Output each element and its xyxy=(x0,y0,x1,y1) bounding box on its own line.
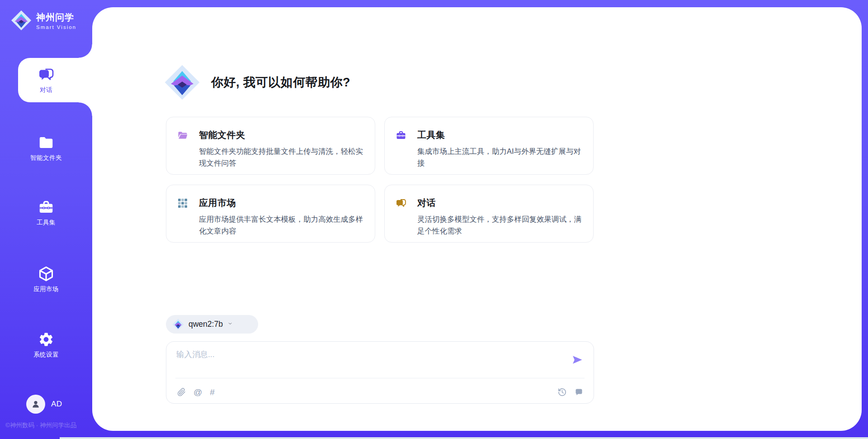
paperclip-icon xyxy=(177,388,186,396)
diamond-logo-icon xyxy=(164,64,200,100)
brand-logo-block: 神州问学 Smart Vision xyxy=(11,10,76,31)
history-clock-icon xyxy=(557,387,567,397)
sidebar-item-smart-folder[interactable]: 智能文件夹 xyxy=(0,128,92,168)
pill-curve-top xyxy=(79,44,92,58)
greeting-block: 你好, 我可以如何帮助你? xyxy=(164,64,350,100)
chevron-down-icon xyxy=(228,321,234,328)
sidebar-item-chat[interactable]: 对话 xyxy=(0,60,92,100)
sidebar-item-label: 系统设置 xyxy=(33,351,59,359)
chat-bubbles-icon xyxy=(396,198,406,209)
toolbox-icon xyxy=(396,130,406,141)
chat-bubble-icon xyxy=(574,387,584,397)
chat-bubbles-icon xyxy=(38,67,54,83)
sidebar-item-label: 对话 xyxy=(40,86,52,94)
brand-subtitle: Smart Vision xyxy=(36,24,76,30)
hashtag-button[interactable]: # xyxy=(210,388,215,396)
brand-name: 神州问学 xyxy=(36,11,76,24)
folder-icon xyxy=(38,134,54,151)
open-folder-icon xyxy=(177,130,188,141)
message-composer: @ # xyxy=(166,341,594,404)
model-selector[interactable]: qwen2:7b xyxy=(166,315,258,334)
diamond-logo-icon xyxy=(11,10,32,31)
composer-tools-right xyxy=(550,387,584,397)
sidebar-item-label: 智能文件夹 xyxy=(30,154,62,162)
card-title: 工具集 xyxy=(417,129,445,141)
app-window: 神州问学 Smart Vision 对话 智能文件夹 工具集 应用市场 系统设置 xyxy=(0,0,868,439)
sidebar-item-label: 工具集 xyxy=(37,219,56,227)
card-description: 集成市场上主流工具，助力AI与外界无缝扩展与对接 xyxy=(417,146,581,169)
card-toolset[interactable]: 工具集 集成市场上主流工具，助力AI与外界无缝扩展与对接 xyxy=(384,117,594,175)
model-name: qwen2:7b xyxy=(189,320,223,329)
gear-icon xyxy=(38,331,54,348)
card-smart-folder[interactable]: 智能文件夹 智能文件夹功能支持批量文件上传与清洗，轻松实现文件问答 xyxy=(166,117,375,175)
message-input[interactable] xyxy=(176,349,556,374)
composer-tools-left: @ # xyxy=(177,388,222,396)
sidebar-item-toolset[interactable]: 工具集 xyxy=(0,192,92,233)
card-app-market[interactable]: 应用市场 应用市场提供丰富长文本模板，助力高效生成多样化文章内容 xyxy=(166,185,375,243)
avatar xyxy=(26,395,45,414)
card-chat[interactable]: 对话 灵活切换多模型文件，支持多样回复效果调试，满足个性化需求 xyxy=(384,185,594,243)
mention-button[interactable]: @ xyxy=(193,388,202,396)
pill-curve-bottom xyxy=(79,102,92,116)
quick-chat-button[interactable] xyxy=(574,387,584,397)
card-title: 智能文件夹 xyxy=(199,129,245,141)
sidebar-item-app-market[interactable]: 应用市场 xyxy=(0,259,92,300)
attach-file-button[interactable] xyxy=(177,388,186,396)
card-description: 应用市场提供丰富长文本模板，助力高效生成多样化文章内容 xyxy=(199,214,363,237)
cube-icon xyxy=(38,266,54,282)
sidebar: 神州问学 Smart Vision 对话 智能文件夹 工具集 应用市场 系统设置 xyxy=(0,0,92,439)
paper-plane-icon[interactable] xyxy=(571,353,584,366)
card-description: 灵活切换多模型文件，支持多样回复效果调试，满足个性化需求 xyxy=(417,214,581,237)
card-title: 对话 xyxy=(417,197,436,209)
history-button[interactable] xyxy=(557,387,567,397)
card-description: 智能文件夹功能支持批量文件上传与清洗，轻松实现文件问答 xyxy=(199,146,363,169)
diamond-logo-icon xyxy=(172,319,184,330)
grid-icon xyxy=(177,198,188,209)
composer-divider xyxy=(175,378,585,378)
card-title: 应用市场 xyxy=(199,197,236,209)
person-avatar-icon xyxy=(30,399,41,410)
toolbox-icon xyxy=(38,199,54,215)
sidebar-item-settings[interactable]: 系统设置 xyxy=(0,324,92,365)
user-name: AD xyxy=(51,400,62,409)
copyright-footer: ©神州数码 · 神州问学出品 xyxy=(5,421,76,429)
feature-cards: 智能文件夹 智能文件夹功能支持批量文件上传与清洗，轻松实现文件问答 工具集 集成… xyxy=(166,117,594,243)
sidebar-item-label: 应用市场 xyxy=(33,285,59,293)
greeting-text: 你好, 我可以如何帮助你? xyxy=(211,74,350,91)
user-account[interactable]: AD xyxy=(26,395,62,414)
window-bottom-edge xyxy=(60,437,868,439)
